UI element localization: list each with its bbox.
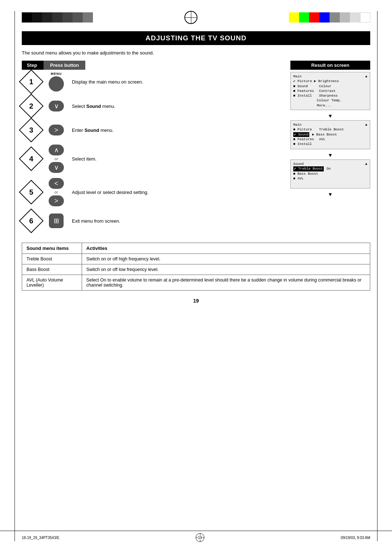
bar-green bbox=[299, 12, 309, 23]
step-1-btn[interactable] bbox=[49, 76, 64, 92]
screen-1-line3: ■ FeaturesContrast bbox=[293, 89, 367, 93]
border-left bbox=[15, 11, 15, 541]
step-6-btn-area: ⊞ bbox=[46, 214, 67, 228]
arrow-down-3: ▼ bbox=[290, 191, 370, 197]
color-bar-left bbox=[22, 12, 93, 23]
step-2-desc: Select Sound menu. bbox=[72, 104, 283, 109]
color-bars bbox=[0, 0, 392, 24]
screen-2-title: Main▲ bbox=[293, 122, 367, 127]
table-cell-activity-3: Select On to enable volume to remain at … bbox=[82, 275, 370, 291]
step-4-or: or bbox=[54, 157, 58, 161]
bar-dark3 bbox=[52, 12, 62, 23]
screen-1-title: Main▲ bbox=[293, 74, 367, 79]
step-6-btn[interactable]: ⊞ bbox=[49, 214, 64, 228]
steps-right: Result on screen Main▲ ✔ Picture▶ Bright… bbox=[290, 61, 370, 235]
screen-3-line2: ■ Bass Boost bbox=[293, 171, 367, 176]
screen-2-line2: ✔ Sound▶ Bass Boost bbox=[293, 132, 367, 137]
step-2-row: 2 ∨ Select Sound menu. bbox=[22, 97, 283, 116]
table-row: AVL (Auto Volume Leveller) Select On to … bbox=[22, 275, 370, 291]
bar-dark5 bbox=[73, 12, 83, 23]
bar-blue bbox=[319, 12, 330, 23]
bar-gray2 bbox=[340, 12, 350, 23]
step-5-row: 5 < or > Adjust level or select desired … bbox=[22, 178, 283, 206]
page-number: 19 bbox=[22, 298, 370, 304]
table-cell-activity-1: Switch on or off high frequency level. bbox=[82, 254, 370, 264]
bar-dark1 bbox=[32, 12, 42, 23]
crosshair-center bbox=[184, 11, 197, 24]
page-title: Adjusting the TV Sound bbox=[22, 31, 370, 45]
bottom-table: Sound menu items Activities Treble Boost… bbox=[22, 243, 370, 291]
step-1-diamond: 1 bbox=[22, 72, 41, 91]
screen-1-line6: More... bbox=[293, 103, 367, 108]
step-4-num: 4 bbox=[29, 155, 33, 163]
screen-2-line3: ■ FeaturesAVL bbox=[293, 137, 367, 142]
bar-dark4 bbox=[62, 12, 73, 23]
steps-area: Step Press button 1 MENU Display the mai… bbox=[22, 61, 370, 235]
step-5-desc: Adjust level or select desired setting. bbox=[72, 190, 283, 195]
table-cell-item-1: Treble Boost bbox=[22, 254, 82, 264]
footer-center: 19 bbox=[198, 536, 203, 540]
step-2-btn[interactable]: ∨ bbox=[49, 101, 64, 112]
screen-1-line4: ■ InstallSharpness bbox=[293, 93, 367, 98]
step-6-desc: Exit menu from screen. bbox=[72, 218, 283, 224]
step-2-num: 2 bbox=[29, 102, 33, 110]
step-3-row: 3 > Enter Sound menu. bbox=[22, 121, 283, 139]
border-right bbox=[377, 11, 377, 541]
bar-dark6 bbox=[83, 12, 93, 23]
step-4-btn-up[interactable]: ∧ bbox=[49, 145, 64, 155]
screen-1-line5: Colour Temp. bbox=[293, 98, 367, 103]
arrow-down-2: ▼ bbox=[290, 152, 370, 158]
step-3-btn-area: > bbox=[46, 125, 67, 135]
footer-crosshair: 19 bbox=[196, 533, 204, 542]
bar-dark2 bbox=[42, 12, 52, 23]
step-1-desc: Display the main menu on screen. bbox=[72, 79, 283, 85]
step-5-btn-right[interactable]: > bbox=[49, 195, 64, 206]
table-cell-item-2: Bass Boost bbox=[22, 264, 82, 275]
screen-2-line4: ■ Install bbox=[293, 142, 367, 146]
table-header-activities: Activities bbox=[82, 243, 370, 254]
step-4-diamond: 4 bbox=[22, 149, 41, 168]
bar-yellow bbox=[289, 12, 299, 23]
header-result: Result on screen bbox=[290, 61, 370, 70]
arrow-down-1: ▼ bbox=[290, 113, 370, 119]
screen-1-line2: ■ SoundColour bbox=[293, 84, 367, 89]
bar-red bbox=[309, 12, 319, 23]
screen-3-title: Sound▲ bbox=[293, 162, 367, 166]
screen-3-line1: ✔ Treble BoostOn bbox=[293, 166, 367, 171]
step-3-desc: Enter Sound menu. bbox=[72, 127, 283, 133]
step-1-num: 1 bbox=[29, 78, 33, 86]
step-4-btn-down[interactable]: ∨ bbox=[49, 162, 64, 173]
step-5-btn-area: < or > bbox=[46, 178, 67, 206]
step-6-num: 6 bbox=[29, 217, 33, 225]
steps-left: Step Press button 1 MENU Display the mai… bbox=[22, 61, 290, 235]
bar-gray3 bbox=[350, 12, 360, 23]
intro-paragraph: The sound menu allows you to make adjust… bbox=[22, 50, 370, 56]
step-3-diamond: 3 bbox=[22, 121, 41, 139]
table-row: Bass Boost Switch on or off low frequenc… bbox=[22, 264, 370, 275]
bar-gray1 bbox=[330, 12, 340, 23]
step-6-diamond: 6 bbox=[22, 211, 41, 230]
table-header-items: Sound menu items bbox=[22, 243, 82, 254]
color-bar-right bbox=[289, 12, 370, 23]
screen-3-line3: ■ AVL bbox=[293, 176, 367, 181]
step-5-num: 5 bbox=[29, 188, 33, 197]
table-cell-item-3: AVL (Auto Volume Leveller) bbox=[22, 275, 82, 291]
screen-2: Main▲ ■ PictureTreble Boost ✔ Sound▶ Bas… bbox=[290, 120, 370, 149]
step-4-btn-area: ∧ or ∨ bbox=[46, 145, 67, 173]
bar-white bbox=[360, 12, 370, 23]
step-1-row: 1 MENU Display the main menu on screen. bbox=[22, 72, 283, 92]
screen-2-line1: ■ PictureTreble Boost bbox=[293, 127, 367, 132]
footer: 18-19_29_34PT3543/E 19 09/19/03, 9:03 AM bbox=[0, 531, 392, 544]
step-2-diamond: 2 bbox=[22, 97, 41, 116]
step-4-desc: Select item. bbox=[72, 156, 283, 162]
step-5-btn-left[interactable]: < bbox=[49, 178, 64, 189]
table-row: Treble Boost Switch on or off high frequ… bbox=[22, 254, 370, 264]
step-3-num: 3 bbox=[29, 126, 33, 134]
screen-3: Sound▲ ✔ Treble BoostOn ■ Bass Boost ■ A… bbox=[290, 159, 370, 189]
title-text: Adjusting the TV Sound bbox=[146, 34, 247, 42]
result-header-wrapper: Result on screen bbox=[290, 61, 370, 70]
step-3-btn[interactable]: > bbox=[49, 125, 64, 135]
step-2-btn-area: ∨ bbox=[46, 101, 67, 112]
step-6-row: 6 ⊞ Exit menu from screen. bbox=[22, 211, 283, 230]
step-5-diamond: 5 bbox=[22, 183, 41, 202]
